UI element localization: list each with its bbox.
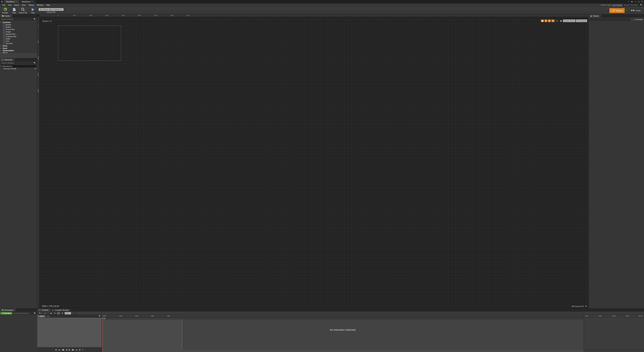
animations-search-input[interactable]: Search Animations 🔍	[13, 312, 37, 314]
hierarchy-tab[interactable]: ☷ Hierarchy	[0, 58, 14, 61]
n-button[interactable]: N	[544, 20, 547, 22]
menu-file[interactable]: File	[1, 4, 7, 6]
svg-point-0	[1, 1, 3, 3]
layout-transform-button[interactable]: ▦	[541, 20, 544, 22]
widget-name-input[interactable]	[590, 18, 630, 21]
document-tab-mainmenu-dirty[interactable]: MainMenu* ✕	[20, 0, 36, 3]
screen-size-select[interactable]: Screen Size ▾	[563, 20, 576, 22]
document-tab-mainmenu[interactable]: MainMenu ✕	[4, 0, 20, 3]
timeline-overview[interactable]	[584, 317, 644, 350]
close-icon[interactable]: ✕	[32, 1, 34, 2]
svg-rect-6	[633, 10, 634, 11]
menu-help[interactable]: Help	[45, 4, 51, 6]
screen-outline[interactable]	[58, 26, 121, 61]
search-icon: 🔍	[34, 62, 36, 64]
source-control-icon[interactable]: ⬚	[627, 0, 630, 3]
close-icon[interactable]: ✕	[16, 1, 17, 2]
parent-class-link[interactable]: User Widget	[612, 4, 622, 6]
palette-item[interactable]: Named Slot	[1, 33, 36, 35]
fill-screen-select[interactable]: Fill Screen ▾	[576, 20, 587, 22]
palette-category[interactable]: ▸Input	[1, 47, 36, 49]
palette-item[interactable]: Button	[1, 26, 36, 28]
hierarchy-icon: ☷	[2, 59, 4, 61]
loc-button[interactable]: ⬛	[555, 20, 559, 22]
palette-search-input[interactable]: Search Palette 🔍	[0, 18, 37, 20]
timeline-tab[interactable]: ▭ Timeline	[37, 308, 50, 312]
auto-key-button[interactable]: ⊕	[53, 312, 56, 314]
find-in-cb-button[interactable]: Find in CB	[18, 7, 28, 14]
view-options-button[interactable]: 👁 ▾	[38, 312, 42, 314]
step-forward-button[interactable]: ▮▶	[72, 349, 74, 351]
snap-interval-input[interactable]: 0.05 ▾	[64, 312, 71, 314]
designer-mode-button[interactable]: Designer	[609, 8, 625, 13]
step-back-button[interactable]: ◀▮	[62, 349, 64, 351]
curve-editor-button[interactable]: 〰	[74, 312, 77, 314]
palette-item[interactable]: Check Box	[1, 28, 36, 30]
playback-options-button[interactable]: ▸ ▾	[43, 312, 47, 314]
visibility-icon[interactable]: 👁	[34, 68, 36, 70]
menu-window[interactable]: Window	[36, 4, 44, 6]
snap-button[interactable]: ▭	[57, 312, 60, 314]
menu-asset[interactable]: Asset	[13, 4, 20, 6]
hierarchy-root[interactable]: ▾[MainMenu]	[1, 65, 36, 68]
timeline-track-area[interactable]: 0.001.002.003.004.00 No Animation Select…	[102, 315, 584, 352]
widget-icon	[3, 38, 5, 40]
hierarchy-canvas-panel[interactable]: [Canvas Panel] 👁	[1, 68, 36, 70]
help-search-input[interactable]: Search For Help 🔍	[623, 4, 643, 6]
palette-item[interactable]: Text Box	[1, 42, 36, 45]
svg-rect-1	[13, 8, 15, 9]
compile-button[interactable]: Compile	[1, 7, 10, 14]
palette-item[interactable]: Text	[1, 40, 36, 42]
menu-debug[interactable]: Debug	[27, 4, 35, 6]
palette-icon: 🎨	[2, 15, 4, 17]
palette-category-common[interactable]: ▾Common	[1, 21, 36, 24]
palette-category[interactable]: ▸Panel	[1, 52, 36, 53]
gear-icon[interactable]: ⚙	[585, 305, 587, 307]
graph-mode-button[interactable]: Graph	[630, 8, 642, 13]
hierarchy-search-input[interactable]: Search Widgets 🔍	[0, 62, 37, 64]
rewind-button[interactable]: ⏮	[58, 349, 60, 351]
close-button[interactable]: ✕	[641, 0, 643, 3]
debug-object-select[interactable]: No debug object selected ▾	[38, 8, 64, 11]
loop-button[interactable]: ↻	[82, 349, 84, 351]
track-filter-input[interactable]: Filter 🔍	[45, 315, 102, 318]
svg-rect-5	[631, 10, 632, 11]
play-forward-button[interactable]: ▶	[69, 349, 70, 351]
palette-category[interactable]: ▸Optimization	[1, 49, 36, 52]
menu-edit[interactable]: Edit	[7, 4, 13, 6]
details-tab[interactable]: ▤ Details	[589, 14, 600, 18]
add-track-button[interactable]: + Add ▾	[37, 315, 45, 318]
designer-viewport[interactable]: 05001000150020002500300035004000 0500100…	[37, 14, 588, 308]
tab-label: MainMenu	[6, 1, 14, 3]
menu-view[interactable]: View	[20, 4, 27, 6]
palette-item[interactable]: Slider	[1, 38, 36, 40]
animations-tab[interactable]: 🎞 Animations	[0, 308, 15, 312]
time-snap-button[interactable]: ◔	[61, 312, 64, 314]
keyframe-button[interactable]: ◆	[50, 312, 52, 314]
play-reverse-button[interactable]: ◀	[66, 349, 67, 351]
updates-icon[interactable]: ◆	[630, 0, 633, 3]
timeline-icon: ▭	[39, 309, 41, 311]
fast-forward-button[interactable]: ⏭	[76, 349, 78, 351]
to-end-button[interactable]: ▮	[79, 349, 80, 351]
track-list[interactable]	[37, 318, 102, 347]
widget-icon	[3, 28, 5, 30]
save-button[interactable]: Save	[11, 7, 18, 14]
outline-button[interactable]: ▢	[552, 20, 554, 22]
palette-category[interactable]: ▸Extra	[1, 45, 36, 47]
compiler-results-tab[interactable]: ⚠ Compiler Results	[50, 308, 70, 312]
play-button[interactable]: Play	[29, 7, 36, 14]
maximize-button[interactable]: ▢	[637, 0, 640, 3]
grid-snap-button[interactable]: ▦	[559, 20, 562, 22]
palette-item[interactable]: Progress Bar	[1, 35, 36, 38]
palette-item[interactable]: Image	[1, 30, 36, 33]
palette-tab[interactable]: 🎨 Palette	[0, 14, 12, 18]
is-variable-checkbox[interactable]	[632, 18, 634, 20]
palette-item[interactable]: Border	[1, 24, 36, 26]
r-button[interactable]: R	[548, 20, 551, 22]
add-animation-button[interactable]: Animation	[0, 312, 12, 314]
to-start-button[interactable]: ▮	[56, 349, 56, 351]
search-icon: 🔍	[34, 312, 36, 314]
minimize-button[interactable]: –	[634, 0, 636, 3]
graph-icon	[631, 9, 634, 12]
